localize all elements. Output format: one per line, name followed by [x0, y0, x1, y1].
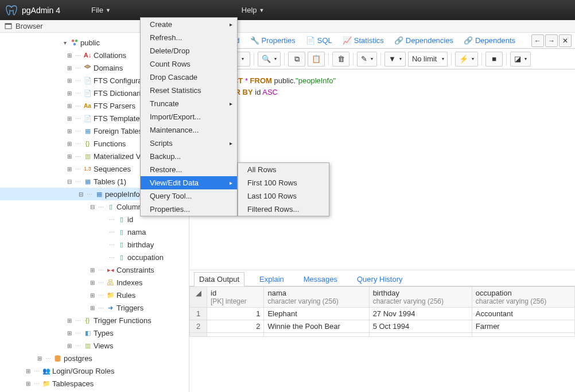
grid-corner[interactable]: ◢	[190, 287, 207, 308]
ctx-maintenance[interactable]: Maintenance...	[141, 123, 237, 137]
execute-button[interactable]: ⚡	[455, 52, 478, 67]
tree-col-nama[interactable]: ⋯▯nama	[0, 226, 189, 238]
tree-login-roles[interactable]: ⊞⋯👥Login/Group Roles	[0, 364, 189, 377]
ctx-truncate[interactable]: Truncate	[141, 97, 237, 110]
collations-icon: A↓	[83, 51, 92, 60]
table-row[interactable]: 2 2 Winnie the Pooh Bear 5 Oct 1994 Farm…	[190, 320, 575, 333]
bolt-icon: ⚡	[459, 55, 468, 63]
ctx-delete[interactable]: Delete/Drop	[141, 44, 237, 57]
rtab-messages[interactable]: Messages	[299, 273, 342, 286]
ctx-last-100[interactable]: Last 100 Rows	[238, 189, 329, 203]
search-icon: 🔍	[262, 55, 271, 63]
funnel-icon: ▼	[388, 55, 396, 63]
clear-button[interactable]: ◪	[510, 52, 531, 67]
tree-col-occupation[interactable]: ⋯▯occupation	[0, 251, 189, 263]
col-header-id[interactable]: id[PK] integer	[207, 287, 264, 308]
tab-properties[interactable]: 🔧Properties	[250, 36, 296, 45]
ctx-refresh[interactable]: Refresh...	[141, 31, 237, 44]
tab-dependencies[interactable]: 🔗Dependencies	[394, 36, 453, 45]
nav-close-button[interactable]: ✕	[559, 34, 572, 47]
result-tabs: Data Output Explain Messages Query Histo…	[189, 270, 575, 286]
context-submenu-view-data: All Rows First 100 Rows Last 100 Rows Fi…	[238, 162, 329, 216]
delete-button[interactable]: 🗑	[332, 52, 349, 67]
rtab-query-history[interactable]: Query History	[352, 273, 407, 286]
table-row-empty[interactable]	[190, 333, 575, 337]
ctx-properties[interactable]: Properties...	[141, 203, 237, 216]
tab-dependents[interactable]: 🔗Dependents	[464, 36, 515, 45]
browser-panel-header: Browser	[0, 20, 575, 33]
ctx-import-export[interactable]: Import/Export...	[141, 110, 237, 123]
ctx-restore[interactable]: Restore...	[141, 163, 237, 176]
paste-icon: 📋	[312, 55, 321, 63]
tab-statistics[interactable]: 📈Statistics	[343, 36, 384, 45]
ctx-drop-cascade[interactable]: Drop Cascade	[141, 71, 237, 84]
paste-button[interactable]: 📋	[308, 52, 325, 67]
link-icon: 🔗	[464, 36, 473, 45]
filter-button[interactable]: ▼	[384, 52, 406, 67]
col-header-birthday[interactable]: birthdaycharacter varying (256)	[369, 287, 472, 308]
row-limit-select[interactable]: No limit	[408, 52, 448, 67]
columns-icon: ▯	[106, 203, 115, 211]
fts-parsers-icon: Aa	[83, 102, 92, 110]
fts-dict-icon: 📄	[83, 89, 92, 98]
eraser-icon: ◪	[514, 55, 521, 63]
ctx-reset-stats[interactable]: Reset Statistics	[141, 84, 237, 97]
copy-icon: ⧉	[294, 55, 300, 64]
ctx-create[interactable]: Create	[141, 18, 237, 31]
tree-views[interactable]: ⊞⋯▥Views	[0, 339, 189, 352]
matviews-icon: ▥	[83, 152, 92, 161]
main-tabs: rd 🔧Properties 📄SQL 📈Statistics 🔗Depende…	[189, 33, 575, 49]
tree-indexes[interactable]: ⊞⋯品Indexes	[0, 276, 189, 289]
tree-trigger-functions[interactable]: ⊞⋯{}Trigger Functions	[0, 314, 189, 327]
trash-icon: 🗑	[337, 55, 345, 63]
ctx-all-rows[interactable]: All Rows	[238, 163, 329, 176]
tree-triggers[interactable]: ⊞⋯➜Triggers	[0, 301, 189, 314]
ctx-query-tool[interactable]: Query Tool...	[141, 189, 237, 203]
tree-col-birthday[interactable]: ⋯▯birthday	[0, 238, 189, 251]
top-menubar: pgAdmin 4 File▼ Help▼	[0, 0, 575, 20]
brand-title: pgAdmin 4	[22, 6, 60, 15]
rules-icon: 📁	[106, 291, 115, 300]
column-icon: ▯	[117, 228, 126, 236]
ctx-backup[interactable]: Backup...	[141, 150, 237, 163]
browser-icon	[5, 22, 12, 30]
tree-types[interactable]: ⊞⋯◧Types	[0, 327, 189, 339]
table-row[interactable]: 1 1 Elephant 27 Nov 1994 Accountant	[190, 308, 575, 320]
tree-rules[interactable]: ⊞⋯📁Rules	[0, 289, 189, 301]
ctx-first-100[interactable]: First 100 Rows	[238, 176, 329, 189]
nav-forward-button[interactable]: →	[545, 34, 558, 47]
ctx-scripts[interactable]: Scripts	[141, 137, 237, 150]
stop-button[interactable]: ■	[485, 52, 503, 67]
col-header-nama[interactable]: namacharacter varying (256)	[264, 287, 369, 308]
menu-help[interactable]: Help▼	[234, 1, 273, 19]
browser-label: Browser	[15, 22, 43, 30]
svg-point-3	[75, 40, 77, 42]
functions-icon: {}	[83, 139, 92, 148]
roles-icon: 👥	[42, 367, 50, 375]
column-icon: ▯	[117, 215, 126, 224]
find-button[interactable]: 🔍	[258, 52, 281, 67]
ctx-view-edit-data[interactable]: View/Edit Data	[141, 176, 237, 189]
tree-tablespaces[interactable]: ⊞⋯📁Tablespaces	[0, 377, 189, 390]
rtab-data-output[interactable]: Data Output	[194, 272, 244, 286]
col-header-occupation[interactable]: occupationcharacter varying (256)	[472, 287, 574, 308]
ctx-count-rows[interactable]: Count Rows	[141, 57, 237, 71]
rtab-explain[interactable]: Explain	[255, 273, 289, 286]
schema-icon	[70, 38, 79, 47]
menu-file[interactable]: File▼	[83, 1, 119, 19]
tab-sql[interactable]: 📄SQL	[306, 36, 332, 45]
tree-db-postgres[interactable]: ⊞⋯postgres	[0, 352, 189, 364]
column-icon: ▯	[117, 253, 126, 262]
fts-templates-icon: 📄	[83, 114, 92, 123]
copy-button[interactable]: ⧉	[288, 52, 305, 67]
nav-back-button[interactable]: ←	[531, 34, 544, 47]
domains-icon	[83, 64, 92, 72]
views-icon: ▥	[83, 341, 92, 350]
tree-constraints[interactable]: ⊞⋯▸◂Constraints	[0, 263, 189, 276]
tables-icon: ▦	[83, 177, 92, 186]
constraints-icon: ▸◂	[106, 266, 115, 274]
edit-button[interactable]: ✎	[357, 52, 377, 67]
table-icon: ▦	[95, 190, 103, 199]
wrench-icon: 🔧	[250, 36, 259, 45]
ctx-filtered-rows[interactable]: Filtered Rows...	[238, 203, 329, 216]
